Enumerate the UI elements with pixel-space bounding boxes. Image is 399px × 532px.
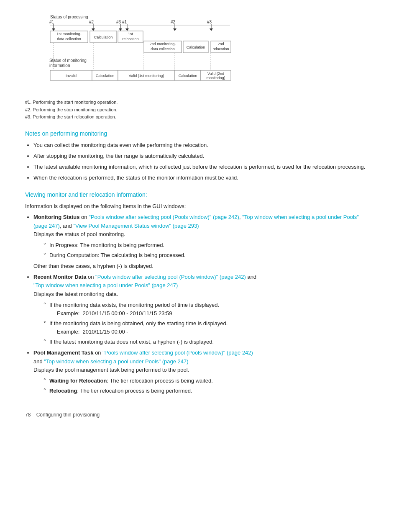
monitoring-status-desc: Displays the status of pool monitoring. [33,230,374,239]
diagram-note-1: #1. Performing the start monitoring oper… [25,99,374,106]
svg-text:#2: #2 [171,20,176,24]
viewing-list: Monitoring Status on "Pools window after… [33,213,374,395]
recent-monitor-link-2[interactable]: "Top window when selecting a pool under … [33,282,178,288]
pool-task-pre: on [94,350,103,356]
svg-text:Invalid: Invalid [66,74,77,78]
svg-text:Valid (2nd: Valid (2nd [207,72,224,76]
page-footer: 78 Configuring thin provisioning [25,412,374,418]
monitoring-status-sep-2: , and [60,223,74,229]
monitoring-status-desc-block: Displays the status of pool monitoring. … [33,230,374,271]
pool-task-label: Pool Management Task [33,350,94,356]
diagram-note-3: #3. Performing the start relocation oper… [25,113,374,121]
section-viewing: Viewing monitor and tier relocation info… [25,191,374,395]
svg-text:monitoring): monitoring) [206,76,225,80]
svg-marker-6 [92,28,95,31]
svg-marker-9 [119,28,122,31]
recent-monitor-sub-3: If the latest monitoring data does not e… [43,338,374,346]
svg-text:#3 #1: #3 #1 [116,20,127,24]
notes-bullet-3: The latest available monitoring informat… [33,163,374,171]
pool-task-sub-2: Relocating: The tier relocation process … [43,387,374,395]
status-processing-label: Status of processing [50,15,88,19]
recent-monitor-pre: on [86,274,95,280]
pool-task-link-2[interactable]: "Top window when selecting a pool under … [44,358,188,365]
notes-heading: Notes on performing monitoring [25,130,374,137]
diagram-note-2: #2. Performing the stop monitoring opera… [25,106,374,114]
recent-monitor-label: Recent Monitor Data [33,274,86,280]
svg-text:Calculation: Calculation [187,45,205,49]
viewing-item-recent-monitor: Recent Monitor Data on "Pools window aft… [33,273,374,346]
notes-bullet-2: After stopping the monitoring, the tier … [33,152,374,160]
diagram-section: Status of processing #1 #2 #3 #1 #2 #3 1… [25,13,374,121]
svg-text:2nd: 2nd [217,42,224,46]
svg-text:data collection: data collection [151,47,175,51]
svg-text:#2: #2 [89,20,94,24]
monitoring-status-post: Other than these cases, a hyphen (-) is … [33,262,374,270]
svg-text:relocation: relocation [212,47,229,51]
svg-text:Status of monitoring: Status of monitoring [49,58,87,63]
monitoring-status-sub-list: In Progress: The monitoring is being per… [43,241,374,260]
waiting-relocation-label: Waiting for Relocation [49,378,107,384]
svg-text:#1: #1 [49,20,54,24]
relocating-label: Relocating [49,388,77,394]
svg-text:relocation: relocation [122,37,138,41]
notes-bullet-1: You can collect the monitoring data even… [33,141,374,149]
recent-monitor-desc: Displays the latest monitoring data. [33,290,374,298]
pool-task-desc-block: Displays the pool management task being … [33,366,374,395]
pool-task-desc: Displays the pool management task being … [33,366,374,374]
svg-text:Calculation: Calculation [94,35,113,39]
recent-monitor-sub-1: If the monitoring data exists, the monit… [43,301,374,318]
recent-monitor-sub-list: If the monitoring data exists, the monit… [43,301,374,347]
pool-task-sub-list: Waiting for Relocation: The tier relocat… [43,377,374,395]
viewing-intro: Information is displayed on the followin… [25,202,374,211]
diagram-svg: Status of processing #1 #2 #3 #1 #2 #3 1… [25,13,238,96]
page-number: 78 [25,412,31,418]
svg-text:information: information [49,63,70,68]
recent-monitor-sep-1: and [246,274,256,280]
pool-task-sub-1: Waiting for Relocation: The tier relocat… [43,377,374,385]
recent-monitor-desc-block: Displays the latest monitoring data. If … [33,290,374,347]
svg-marker-11 [125,28,129,31]
svg-text:data collection: data collection [57,37,81,41]
viewing-item-monitoring-status: Monitoring Status on "Pools window after… [33,213,374,270]
svg-text:1st: 1st [128,32,133,36]
svg-text:Valid (1st monitoring): Valid (1st monitoring) [129,74,164,78]
svg-marker-3 [52,28,55,31]
pool-task-sep: and [33,358,44,365]
monitoring-status-sub-1: In Progress: The monitoring is being per… [43,241,374,249]
svg-text:Calculation: Calculation [96,74,115,78]
footer-text: Configuring thin provisioning [36,412,100,418]
diagram-notes: #1. Performing the start monitoring oper… [25,99,374,121]
monitoring-status-label: Monitoring Status [33,214,80,220]
monitoring-status-link-3[interactable]: "View Pool Management Status window" (pa… [73,223,199,229]
svg-marker-17 [210,28,213,31]
monitoring-status-sub-2: During Computation: The calculating is b… [43,251,374,260]
svg-marker-14 [173,28,176,31]
viewing-item-pool-task: Pool Management Task on "Pools window af… [33,349,374,395]
notes-bullet-list: You can collect the monitoring data even… [33,141,374,182]
monitoring-status-link-1[interactable]: "Pools window after selecting pool (Pool… [89,214,239,220]
pool-task-link-1[interactable]: "Pools window after selecting pool (Pool… [102,350,253,356]
viewing-heading: Viewing monitor and tier relocation info… [25,191,374,198]
svg-text:#3: #3 [207,20,212,24]
notes-bullet-4: When the relocation is performed, the st… [33,174,374,182]
monitoring-status-pre: on [80,214,89,220]
svg-text:Calculation: Calculation [179,74,197,78]
recent-monitor-link-1[interactable]: "Pools window after selecting pool (Pool… [95,274,246,280]
recent-monitor-sub-2: If the monitoring data is being obtained… [43,319,374,336]
svg-text:1st monitoring-: 1st monitoring- [56,32,82,36]
section-notes: Notes on performing monitoring You can c… [25,130,374,182]
svg-text:2nd monitoring-: 2nd monitoring- [150,42,176,46]
